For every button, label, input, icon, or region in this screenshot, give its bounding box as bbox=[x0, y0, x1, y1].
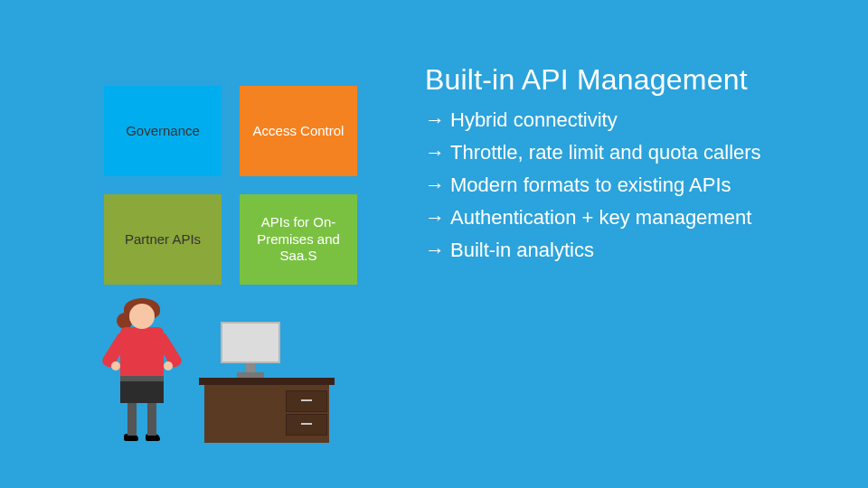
bullet-text: Built-in analytics bbox=[450, 239, 594, 261]
arrow-icon: → bbox=[425, 108, 445, 131]
monitor-illustration bbox=[221, 322, 280, 378]
bullet-item: →Authentication + key management bbox=[425, 206, 761, 230]
bullet-text: Hybrid connectivity bbox=[450, 108, 618, 131]
bullet-item: →Hybrid connectivity bbox=[425, 108, 761, 132]
bullet-item: →Modern formats to existing APIs bbox=[425, 174, 761, 197]
bullet-text: Modern formats to existing APIs bbox=[450, 174, 731, 196]
bullet-list: →Hybrid connectivity →Throttle, rate lim… bbox=[425, 108, 761, 271]
page-title: Built-in API Management bbox=[425, 63, 748, 97]
tile-governance: Governance bbox=[104, 86, 222, 176]
arrow-icon: → bbox=[425, 206, 445, 229]
bullet-text: Throttle, rate limit and quota callers bbox=[450, 141, 761, 164]
tile-apis-saas: APIs for On-Premises and Saa.S bbox=[240, 194, 357, 285]
bullet-item: →Built-in analytics bbox=[425, 239, 761, 262]
arrow-icon: → bbox=[425, 239, 445, 261]
bullet-text: Authentication + key management bbox=[450, 206, 751, 229]
bullet-item: →Throttle, rate limit and quota callers bbox=[425, 141, 761, 164]
desk-illustration bbox=[199, 378, 335, 443]
arrow-icon: → bbox=[425, 141, 445, 164]
arrow-icon: → bbox=[425, 174, 445, 196]
tile-partner-apis: Partner APIs bbox=[104, 194, 222, 285]
tile-access-control: Access Control bbox=[240, 86, 357, 176]
